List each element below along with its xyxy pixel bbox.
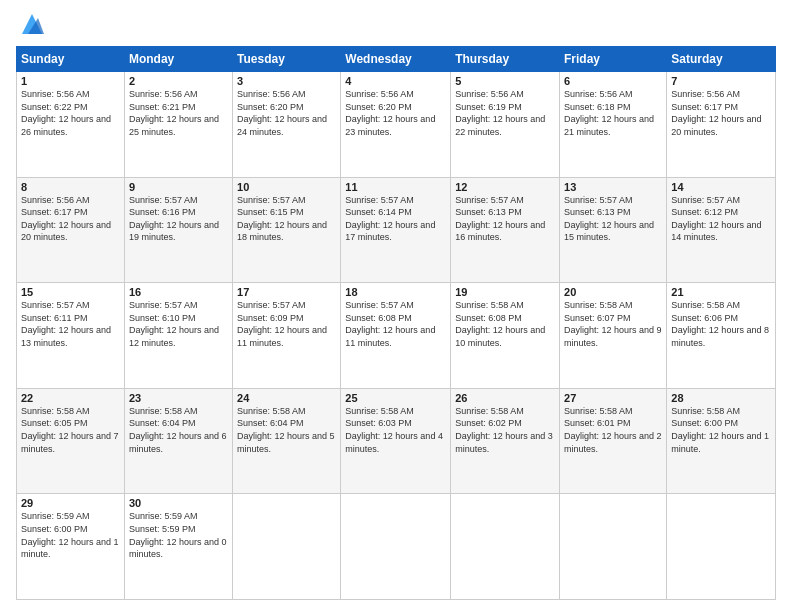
calendar-cell: 4 Sunrise: 5:56 AMSunset: 6:20 PMDayligh… [341, 72, 451, 178]
day-number: 20 [564, 286, 662, 298]
calendar-cell: 19 Sunrise: 5:58 AMSunset: 6:08 PMDaylig… [451, 283, 560, 389]
day-number: 6 [564, 75, 662, 87]
day-number: 11 [345, 181, 446, 193]
day-info: Sunrise: 5:58 AMSunset: 6:01 PMDaylight:… [564, 406, 662, 454]
calendar-cell: 5 Sunrise: 5:56 AMSunset: 6:19 PMDayligh… [451, 72, 560, 178]
weekday-header: Sunday [17, 47, 125, 72]
weekday-header: Thursday [451, 47, 560, 72]
calendar-cell [560, 494, 667, 600]
day-info: Sunrise: 5:56 AMSunset: 6:22 PMDaylight:… [21, 89, 111, 137]
calendar-week-row: 22 Sunrise: 5:58 AMSunset: 6:05 PMDaylig… [17, 388, 776, 494]
day-info: Sunrise: 5:56 AMSunset: 6:18 PMDaylight:… [564, 89, 654, 137]
calendar-cell: 18 Sunrise: 5:57 AMSunset: 6:08 PMDaylig… [341, 283, 451, 389]
calendar-cell: 29 Sunrise: 5:59 AMSunset: 6:00 PMDaylig… [17, 494, 125, 600]
day-info: Sunrise: 5:58 AMSunset: 6:02 PMDaylight:… [455, 406, 553, 454]
calendar-cell: 22 Sunrise: 5:58 AMSunset: 6:05 PMDaylig… [17, 388, 125, 494]
day-info: Sunrise: 5:58 AMSunset: 6:08 PMDaylight:… [455, 300, 545, 348]
day-info: Sunrise: 5:57 AMSunset: 6:11 PMDaylight:… [21, 300, 111, 348]
day-number: 5 [455, 75, 555, 87]
day-number: 16 [129, 286, 228, 298]
weekday-header: Wednesday [341, 47, 451, 72]
day-info: Sunrise: 5:57 AMSunset: 6:08 PMDaylight:… [345, 300, 435, 348]
day-number: 28 [671, 392, 771, 404]
calendar-table: SundayMondayTuesdayWednesdayThursdayFrid… [16, 46, 776, 600]
calendar-cell: 25 Sunrise: 5:58 AMSunset: 6:03 PMDaylig… [341, 388, 451, 494]
day-info: Sunrise: 5:56 AMSunset: 6:20 PMDaylight:… [237, 89, 327, 137]
calendar-cell: 16 Sunrise: 5:57 AMSunset: 6:10 PMDaylig… [124, 283, 232, 389]
day-info: Sunrise: 5:57 AMSunset: 6:09 PMDaylight:… [237, 300, 327, 348]
day-info: Sunrise: 5:58 AMSunset: 6:04 PMDaylight:… [237, 406, 335, 454]
day-info: Sunrise: 5:58 AMSunset: 6:07 PMDaylight:… [564, 300, 662, 348]
calendar-week-row: 1 Sunrise: 5:56 AMSunset: 6:22 PMDayligh… [17, 72, 776, 178]
calendar-week-row: 15 Sunrise: 5:57 AMSunset: 6:11 PMDaylig… [17, 283, 776, 389]
day-number: 1 [21, 75, 120, 87]
day-info: Sunrise: 5:59 AMSunset: 5:59 PMDaylight:… [129, 511, 227, 559]
calendar-cell: 9 Sunrise: 5:57 AMSunset: 6:16 PMDayligh… [124, 177, 232, 283]
day-number: 23 [129, 392, 228, 404]
day-number: 4 [345, 75, 446, 87]
day-info: Sunrise: 5:57 AMSunset: 6:16 PMDaylight:… [129, 195, 219, 243]
day-number: 18 [345, 286, 446, 298]
day-info: Sunrise: 5:56 AMSunset: 6:19 PMDaylight:… [455, 89, 545, 137]
weekday-header: Saturday [667, 47, 776, 72]
day-number: 30 [129, 497, 228, 509]
calendar-week-row: 29 Sunrise: 5:59 AMSunset: 6:00 PMDaylig… [17, 494, 776, 600]
day-info: Sunrise: 5:57 AMSunset: 6:13 PMDaylight:… [455, 195, 545, 243]
day-number: 25 [345, 392, 446, 404]
day-info: Sunrise: 5:57 AMSunset: 6:15 PMDaylight:… [237, 195, 327, 243]
day-number: 13 [564, 181, 662, 193]
calendar-cell: 15 Sunrise: 5:57 AMSunset: 6:11 PMDaylig… [17, 283, 125, 389]
day-number: 26 [455, 392, 555, 404]
header [16, 12, 776, 38]
day-number: 19 [455, 286, 555, 298]
day-number: 24 [237, 392, 336, 404]
weekday-header: Tuesday [233, 47, 341, 72]
calendar-cell: 13 Sunrise: 5:57 AMSunset: 6:13 PMDaylig… [560, 177, 667, 283]
calendar-header-row: SundayMondayTuesdayWednesdayThursdayFrid… [17, 47, 776, 72]
day-info: Sunrise: 5:58 AMSunset: 6:04 PMDaylight:… [129, 406, 227, 454]
calendar-cell: 6 Sunrise: 5:56 AMSunset: 6:18 PMDayligh… [560, 72, 667, 178]
day-number: 29 [21, 497, 120, 509]
calendar-cell: 2 Sunrise: 5:56 AMSunset: 6:21 PMDayligh… [124, 72, 232, 178]
calendar-cell: 12 Sunrise: 5:57 AMSunset: 6:13 PMDaylig… [451, 177, 560, 283]
day-number: 22 [21, 392, 120, 404]
day-number: 27 [564, 392, 662, 404]
calendar-cell: 10 Sunrise: 5:57 AMSunset: 6:15 PMDaylig… [233, 177, 341, 283]
day-info: Sunrise: 5:57 AMSunset: 6:10 PMDaylight:… [129, 300, 219, 348]
calendar-cell: 26 Sunrise: 5:58 AMSunset: 6:02 PMDaylig… [451, 388, 560, 494]
calendar-cell: 30 Sunrise: 5:59 AMSunset: 5:59 PMDaylig… [124, 494, 232, 600]
calendar-cell: 11 Sunrise: 5:57 AMSunset: 6:14 PMDaylig… [341, 177, 451, 283]
day-info: Sunrise: 5:56 AMSunset: 6:20 PMDaylight:… [345, 89, 435, 137]
calendar-cell: 1 Sunrise: 5:56 AMSunset: 6:22 PMDayligh… [17, 72, 125, 178]
calendar-week-row: 8 Sunrise: 5:56 AMSunset: 6:17 PMDayligh… [17, 177, 776, 283]
logo-icon [18, 10, 46, 38]
weekday-header: Friday [560, 47, 667, 72]
day-number: 10 [237, 181, 336, 193]
day-info: Sunrise: 5:56 AMSunset: 6:17 PMDaylight:… [671, 89, 761, 137]
calendar-page: SundayMondayTuesdayWednesdayThursdayFrid… [0, 0, 792, 612]
calendar-cell [451, 494, 560, 600]
day-info: Sunrise: 5:58 AMSunset: 6:05 PMDaylight:… [21, 406, 119, 454]
weekday-header: Monday [124, 47, 232, 72]
day-number: 21 [671, 286, 771, 298]
day-number: 2 [129, 75, 228, 87]
day-number: 15 [21, 286, 120, 298]
calendar-cell: 17 Sunrise: 5:57 AMSunset: 6:09 PMDaylig… [233, 283, 341, 389]
calendar-cell: 21 Sunrise: 5:58 AMSunset: 6:06 PMDaylig… [667, 283, 776, 389]
day-number: 3 [237, 75, 336, 87]
calendar-cell: 20 Sunrise: 5:58 AMSunset: 6:07 PMDaylig… [560, 283, 667, 389]
day-info: Sunrise: 5:57 AMSunset: 6:12 PMDaylight:… [671, 195, 761, 243]
calendar-cell: 24 Sunrise: 5:58 AMSunset: 6:04 PMDaylig… [233, 388, 341, 494]
day-info: Sunrise: 5:56 AMSunset: 6:21 PMDaylight:… [129, 89, 219, 137]
day-number: 14 [671, 181, 771, 193]
calendar-cell: 28 Sunrise: 5:58 AMSunset: 6:00 PMDaylig… [667, 388, 776, 494]
day-number: 17 [237, 286, 336, 298]
calendar-cell [667, 494, 776, 600]
day-number: 8 [21, 181, 120, 193]
day-info: Sunrise: 5:59 AMSunset: 6:00 PMDaylight:… [21, 511, 119, 559]
calendar-cell: 23 Sunrise: 5:58 AMSunset: 6:04 PMDaylig… [124, 388, 232, 494]
day-info: Sunrise: 5:57 AMSunset: 6:13 PMDaylight:… [564, 195, 654, 243]
logo [16, 12, 46, 38]
day-info: Sunrise: 5:58 AMSunset: 6:03 PMDaylight:… [345, 406, 443, 454]
day-info: Sunrise: 5:58 AMSunset: 6:00 PMDaylight:… [671, 406, 769, 454]
